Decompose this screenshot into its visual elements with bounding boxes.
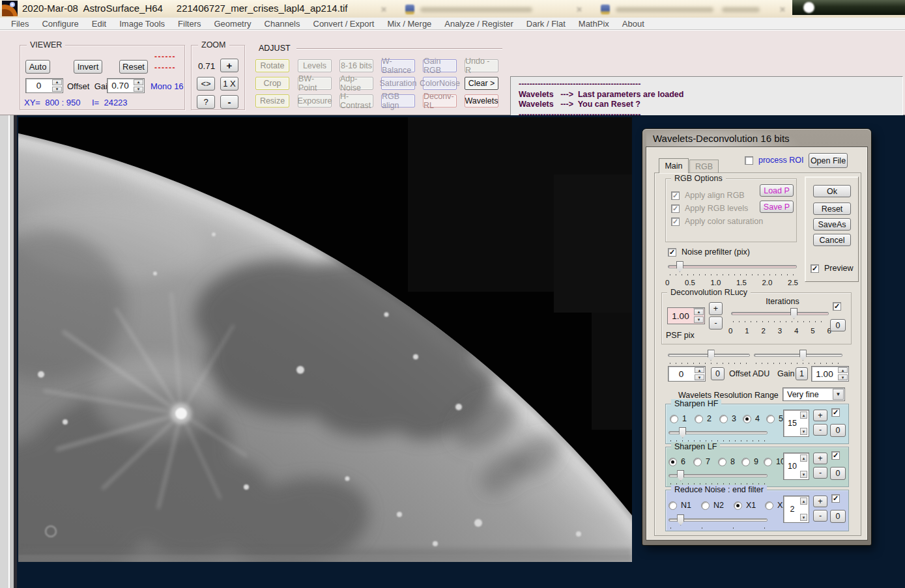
- sharpen-hf-minus-button[interactable]: -: [813, 424, 827, 436]
- sharpen-lf-radio-7[interactable]: 7: [693, 457, 710, 466]
- offset-spin-buttons[interactable]: ▴ ▾: [51, 79, 63, 92]
- spin-up-icon[interactable]: ▴: [800, 412, 807, 419]
- save-params-button[interactable]: Save P: [760, 201, 794, 213]
- reset-view-button[interactable]: Reset: [119, 60, 148, 74]
- menu-mix-merge[interactable]: Mix / Merge: [381, 19, 438, 29]
- reduce-noise-minus-button[interactable]: -: [813, 510, 827, 522]
- undo-button[interactable]: Undo - R: [465, 59, 498, 72]
- slider-track[interactable]: [668, 265, 797, 268]
- resolution-range-select[interactable]: Very fine ▼: [783, 387, 845, 401]
- menu-image-tools[interactable]: Image Tools: [113, 19, 171, 29]
- deconvolution-enable-checkbox[interactable]: ✓: [833, 302, 841, 311]
- rotate-button[interactable]: Rotate: [255, 59, 289, 72]
- rgb-align-button[interactable]: RGB align: [381, 94, 415, 107]
- menu-files[interactable]: Files: [5, 19, 35, 29]
- spin-down-icon[interactable]: ▾: [52, 87, 62, 92]
- dropdown-arrow-icon[interactable]: ▼: [833, 389, 844, 400]
- moon-image[interactable]: [18, 117, 632, 562]
- checkbox-box[interactable]: ✓: [831, 408, 840, 417]
- crop-button[interactable]: Crop: [255, 77, 289, 90]
- gain-one-button[interactable]: 1: [796, 367, 808, 380]
- spin-down-icon[interactable]: ▾: [694, 316, 704, 323]
- zoom-1x-button[interactable]: 1 X: [220, 77, 238, 91]
- gain-spin-buttons[interactable]: ▴ ▾: [837, 367, 848, 381]
- sharpen-hf-radio-3[interactable]: 3: [719, 414, 736, 423]
- spin-up-icon[interactable]: ▴: [838, 367, 848, 373]
- spin-down-icon[interactable]: ▾: [800, 428, 807, 435]
- invert-button[interactable]: Invert: [74, 60, 102, 74]
- sharpen-lf-zero-button[interactable]: 0: [830, 467, 846, 480]
- spin-up-icon[interactable]: ▴: [52, 79, 62, 85]
- wavelets-button[interactable]: Wavelets: [465, 94, 498, 107]
- load-params-button[interactable]: Load P: [760, 184, 794, 197]
- spin-up-icon[interactable]: ▴: [695, 367, 704, 373]
- sharpen-hf-radio-2[interactable]: 2: [695, 414, 711, 423]
- sharpen-hf-radio-4[interactable]: 4: [743, 414, 760, 423]
- noise-prefilter-slider[interactable]: [668, 260, 797, 276]
- gain-value-stepper[interactable]: 1.00 ▴ ▾: [811, 366, 849, 382]
- cancel-button[interactable]: Cancel: [813, 234, 851, 246]
- reset-button[interactable]: Reset: [813, 203, 851, 215]
- ok-button[interactable]: Ok: [813, 185, 851, 197]
- resize-button[interactable]: Resize: [255, 94, 289, 107]
- help-button[interactable]: ?: [197, 95, 215, 109]
- sharpen-hf-radio-5[interactable]: 5: [766, 414, 783, 423]
- psf-spin-buttons[interactable]: ▴ ▾: [693, 308, 704, 324]
- reduce-noise-radio-x1[interactable]: X1: [734, 501, 756, 510]
- reduce-noise-enable-checkbox[interactable]: ✓: [831, 494, 840, 503]
- sharpen-lf-enable-checkbox[interactable]: ✓: [831, 451, 840, 460]
- psf-stepper[interactable]: 1.00 ▴ ▾: [667, 307, 705, 324]
- exposure-button[interactable]: Exposure: [298, 94, 332, 107]
- sharpen-lf-radio-8[interactable]: 8: [718, 457, 735, 466]
- slider-thumb[interactable]: [676, 261, 683, 272]
- spin-up-icon[interactable]: ▴: [134, 79, 143, 85]
- sharpen-lf-slider[interactable]: [668, 469, 768, 485]
- auto-button[interactable]: Auto: [25, 60, 50, 74]
- offset-adu-spin-buttons[interactable]: ▴ ▾: [694, 367, 705, 381]
- clear-button[interactable]: Clear >: [465, 77, 498, 90]
- zoom-in-button[interactable]: +: [220, 59, 238, 72]
- sharpen-lf-plus-button[interactable]: +: [813, 453, 827, 464]
- reduce-noise-stepper[interactable]: 2 ▴ ▾: [783, 496, 809, 523]
- spin-down-icon[interactable]: ▾: [800, 514, 807, 521]
- menu-dark-flat[interactable]: Dark / Flat: [520, 19, 572, 29]
- reduce-noise-radio-n2[interactable]: N2: [701, 501, 724, 510]
- zoom-out-button[interactable]: -: [220, 95, 238, 109]
- spin-up-icon[interactable]: ▴: [800, 455, 807, 462]
- offset-adu-stepper[interactable]: 0 ▴ ▾: [668, 366, 706, 382]
- psf-minus-button[interactable]: -: [709, 316, 723, 329]
- levels-button[interactable]: Levels: [298, 59, 332, 72]
- bw-point-button[interactable]: BW-Point: [298, 77, 332, 90]
- offset-stepper[interactable]: 0 ▴ ▾: [25, 78, 63, 93]
- preview-checkbox[interactable]: ✓ Preview: [811, 264, 853, 273]
- sharpen-hf-enable-checkbox[interactable]: ✓: [831, 408, 840, 417]
- sharpen-hf-radio-1[interactable]: 1: [670, 414, 687, 423]
- slider-thumb[interactable]: [790, 308, 797, 319]
- offset-zero-button[interactable]: 0: [711, 367, 725, 380]
- sharpen-hf-plus-button[interactable]: +: [813, 410, 827, 421]
- slider-thumb[interactable]: [799, 350, 807, 361]
- checkbox-box[interactable]: ✓: [833, 302, 841, 311]
- dialog-title-bar[interactable]: Wavelets-Deconvolution 16 bits: [646, 130, 867, 147]
- menu-edit[interactable]: Edit: [85, 19, 113, 29]
- gain-spin-buttons[interactable]: ▴ ▾: [133, 79, 144, 92]
- menu-geometry[interactable]: Geometry: [207, 19, 257, 29]
- color-noise-button[interactable]: ColorNoise: [423, 77, 457, 90]
- sharpen-lf-minus-button[interactable]: -: [813, 467, 827, 479]
- gain-stepper[interactable]: 0.70 ▴ ▾: [107, 78, 145, 93]
- reduce-noise-zero-button[interactable]: 0: [830, 510, 846, 523]
- sharpen-lf-stepper[interactable]: 10 ▴ ▾: [783, 453, 809, 480]
- slider-track[interactable]: [731, 312, 829, 315]
- iterations-slider[interactable]: [731, 307, 829, 323]
- checkbox-box[interactable]: ✓: [831, 451, 840, 460]
- sharpen-hf-slider[interactable]: [668, 427, 768, 442]
- spin-down-icon[interactable]: ▾: [800, 471, 807, 478]
- slider-thumb[interactable]: [679, 427, 686, 438]
- reduce-noise-radio-n1[interactable]: N1: [668, 501, 691, 510]
- gain-slider[interactable]: [754, 349, 842, 365]
- slider-track[interactable]: [754, 354, 842, 357]
- sharpen-lf-radio-6[interactable]: 6: [668, 457, 685, 466]
- wbalance-button[interactable]: W-Balance: [381, 59, 415, 72]
- sharpen-lf-radio-9[interactable]: 9: [741, 457, 758, 466]
- zoom-fit-button[interactable]: <>: [197, 77, 215, 91]
